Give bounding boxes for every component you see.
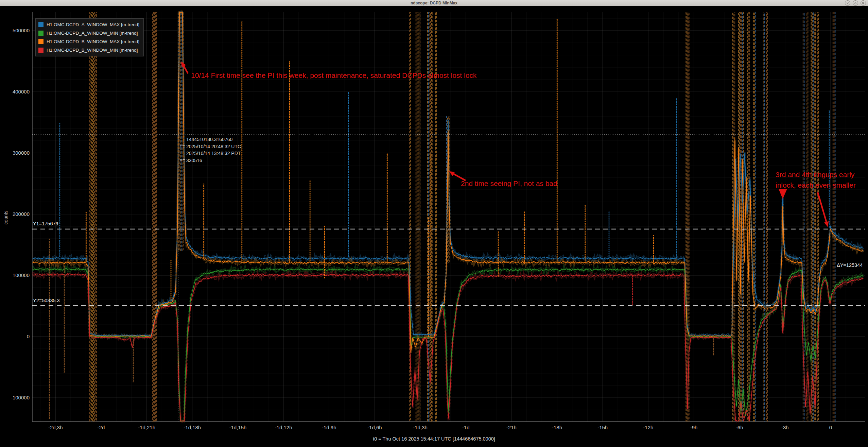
titlebar[interactable]: ndscope: DCPD MinMax [0,0,868,6]
svg-text:-1d,18h: -1d,18h [184,425,201,430]
crosshair-utc-prefix: T= [179,143,186,150]
svg-text:-100000: -100000 [11,395,30,400]
svg-text:100000: 100000 [13,272,30,278]
series-swatch-b-min [38,48,44,53]
svg-text:400000: 400000 [13,89,30,94]
y2-cursor-label[interactable]: Y2=50335.3 [33,298,60,303]
crosshair-y-prefix: Y= [179,157,186,164]
legend-item: H1:OMC-DCPD_B_WINDOW_MAX [m-trend] [38,37,139,46]
delta-y-label: ΔY=125344 [837,262,863,268]
chevron-down-icon [846,1,849,5]
window-title: ndscope: DCPD MinMax [411,1,457,5]
svg-text:-1d,6h: -1d,6h [367,425,382,430]
svg-text:counts: counts [3,210,8,224]
legend-item: H1:OMC-DCPD_B_WINDOW_MIN [m-trend] [38,46,139,54]
y1-cursor-label[interactable]: Y1=175679 [33,221,58,226]
crosshair-local-time: 2025/10/14 13:48:32 PDT [186,150,241,157]
annotation-first-pi: 10/14 First time see the PI this week, p… [191,70,476,81]
svg-text:-1d,12h: -1d,12h [275,425,292,430]
svg-text:-21h: -21h [506,425,517,430]
series-swatch-b-max [38,39,44,44]
svg-text:-15h: -15h [597,425,608,430]
svg-text:-18h: -18h [552,425,562,430]
svg-text:300000: 300000 [13,150,30,156]
svg-text:0: 0 [829,425,832,430]
svg-text:-9h: -9h [690,425,698,430]
crosshair-y-value: 330516 [186,157,202,164]
close-button[interactable] [861,0,866,6]
svg-text:-2d: -2d [98,425,105,430]
series-label: H1:OMC-DCPD_A_WINDOW_MIN [m-trend] [47,31,138,36]
crosshair-readout: 1444510130.3160760 T=2025/10/14 20:48:32… [179,136,241,164]
series-swatch-a-max [38,22,44,27]
annotation-ringups: 3rd and 4th ringups early inlock, each e… [776,169,856,190]
series-label: H1:OMC-DCPD_A_WINDOW_MAX [m-trend] [47,22,139,27]
crosshair-gps: 1444510130.3160760 [186,136,232,143]
series-swatch-a-min [38,31,44,36]
svg-text:-2d,3h: -2d,3h [48,425,63,430]
annotation-second-pi: 2nd time seeing PI, not as bad [461,178,557,189]
svg-text:-12h: -12h [643,425,653,430]
annotation-ringups-line1: 3rd and 4th ringups early [776,169,856,180]
legend-item: H1:OMC-DCPD_A_WINDOW_MAX [m-trend] [38,20,139,29]
maximize-button[interactable] [853,0,858,6]
legend-item: H1:OMC-DCPD_A_WINDOW_MIN [m-trend] [38,29,139,37]
svg-text:-1d,15h: -1d,15h [229,425,246,430]
series-label: H1:OMC-DCPD_B_WINDOW_MIN [m-trend] [47,48,138,53]
annotation-ringups-line2: inlock, each even smaller [776,180,856,190]
minimize-button[interactable] [845,0,850,6]
svg-text:-1d,3h: -1d,3h [413,425,428,430]
svg-text:-1d,9h: -1d,9h [322,425,336,430]
svg-text:500000: 500000 [13,28,30,33]
svg-text:-6h: -6h [736,425,743,430]
plot-canvas[interactable]: -2d,3h-2d-1d,21h-1d,18h-1d,15h-1d,12h-1d… [0,0,868,447]
chevron-up-icon [854,1,857,5]
svg-text:-1d,21h: -1d,21h [138,425,155,430]
t0-label: t0 = Thu Oct 16 2025 15:44:17 UTC [14446… [0,436,868,442]
svg-text:-1d: -1d [462,425,470,430]
svg-text:-3h: -3h [781,425,789,430]
crosshair-utc: 2025/10/14 20:48:32 UTC [186,143,241,150]
close-icon [862,1,865,5]
svg-text:0: 0 [27,333,30,339]
legend[interactable]: H1:OMC-DCPD_A_WINDOW_MAX [m-trend] H1:OM… [35,18,144,56]
series-label: H1:OMC-DCPD_B_WINDOW_MAX [m-trend] [47,39,139,44]
svg-text:200000: 200000 [13,211,30,217]
window-controls [845,0,866,6]
